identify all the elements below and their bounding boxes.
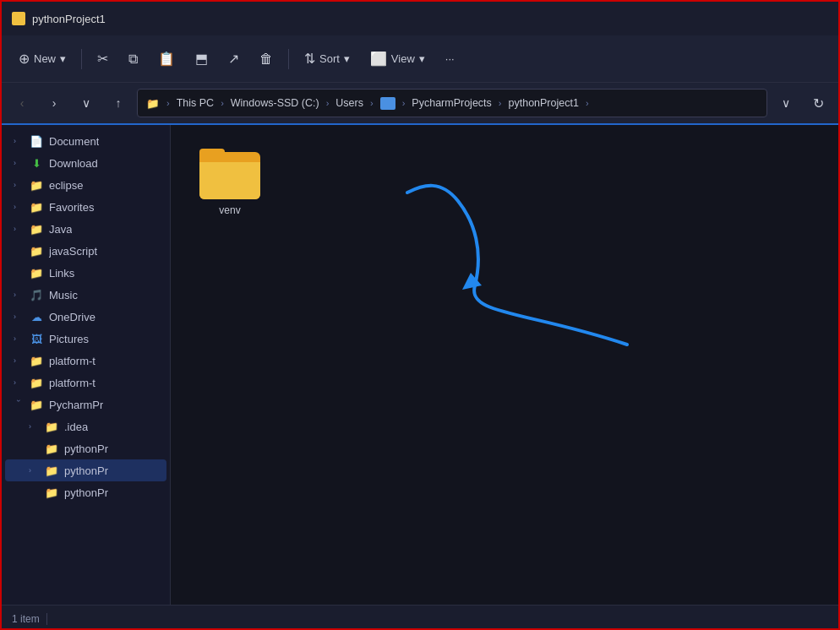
- annotation-arrow: [390, 176, 661, 361]
- onedrive-icon: ☁: [29, 310, 44, 323]
- status-count: 1 item: [12, 613, 40, 625]
- sort-icon: ⇅: [304, 51, 315, 67]
- python3-icon: 📁: [44, 486, 59, 499]
- arrow-eclipse: ›: [14, 181, 24, 189]
- view-icon: ⬜: [370, 51, 387, 67]
- address-dropdown-button[interactable]: ∨: [772, 90, 799, 117]
- sidebar-item-favorites[interactable]: › 📁 Favorites: [5, 196, 166, 218]
- address-sep-4: ›: [402, 98, 406, 108]
- sidebar-item-eclipse[interactable]: › 📁 eclipse: [5, 174, 166, 196]
- address-sep-1: ›: [221, 98, 224, 108]
- idea-label: .idea: [64, 421, 88, 433]
- recent-button[interactable]: ∨: [73, 90, 100, 117]
- new-dropdown-icon: ▾: [60, 52, 66, 65]
- arrow-java: ›: [14, 225, 24, 233]
- python1-icon: 📁: [44, 442, 59, 455]
- sort-label: Sort: [319, 52, 340, 65]
- arrow-onedrive: ›: [14, 312, 24, 321]
- folder-venv[interactable]: venv: [188, 142, 272, 223]
- sidebar-item-python3[interactable]: › 📁 pythonPr: [5, 481, 166, 503]
- document-icon: 📄: [29, 134, 44, 148]
- platform2-icon: 📁: [29, 376, 44, 389]
- back-button[interactable]: ‹: [8, 90, 35, 117]
- sidebar-item-python1[interactable]: › 📁 pythonPr: [5, 437, 166, 459]
- path-drive: Windows-SSD (C:): [231, 97, 319, 109]
- pycharm-icon: 📁: [29, 398, 44, 411]
- sidebar-item-idea[interactable]: › 📁 .idea: [5, 415, 166, 437]
- folder-front: [199, 162, 260, 199]
- sidebar-item-python2[interactable]: › 📁 pythonPr: [5, 459, 166, 481]
- address-sep-6: ›: [586, 98, 589, 108]
- paste-button[interactable]: 📋: [150, 46, 183, 72]
- new-icon: ⊕: [19, 51, 30, 67]
- pictures-icon: 🖼: [29, 332, 44, 345]
- view-label: View: [391, 52, 415, 65]
- file-view: venv: [171, 125, 838, 605]
- sidebar: › 📄 Document › ⬇ Download › 📁 eclipse › …: [2, 125, 171, 605]
- download-icon: ⬇: [29, 156, 44, 170]
- refresh-button[interactable]: ↻: [805, 90, 832, 117]
- share-button[interactable]: ↗: [220, 46, 248, 72]
- platform1-label: platform-t: [49, 355, 95, 367]
- python2-icon: 📁: [44, 464, 59, 477]
- python1-label: pythonPr: [64, 443, 108, 455]
- pictures-label: Pictures: [49, 333, 89, 345]
- toolbar-sep-1: [81, 49, 82, 69]
- copy-button[interactable]: ⧉: [120, 46, 146, 72]
- arrow-pictures: ›: [14, 334, 24, 343]
- java-icon: 📁: [29, 222, 44, 236]
- status-sep: [46, 613, 47, 625]
- address-sep-5: ›: [499, 98, 502, 108]
- sidebar-item-music[interactable]: › 🎵 Music: [5, 284, 166, 306]
- python2-label: pythonPr: [64, 464, 108, 477]
- onedrive-label: OneDrive: [49, 311, 95, 323]
- address-input[interactable]: 📁 › This PC › Windows-SSD (C:) › Users ›…: [137, 89, 767, 117]
- arrow-document: ›: [14, 137, 24, 145]
- document-label: Document: [49, 135, 99, 148]
- eclipse-icon: 📁: [29, 178, 44, 192]
- sidebar-item-onedrive[interactable]: › ☁ OneDrive: [5, 306, 166, 328]
- main-area: › 📄 Document › ⬇ Download › 📁 eclipse › …: [2, 125, 838, 605]
- delete-button[interactable]: 🗑: [251, 46, 281, 72]
- delete-icon: 🗑: [259, 52, 273, 67]
- path-thispc: This PC: [177, 97, 214, 109]
- toolbar-sep-2: [288, 49, 289, 69]
- download-label: Download: [49, 157, 98, 170]
- more-button[interactable]: ···: [437, 47, 463, 70]
- rename-button[interactable]: ⬒: [187, 46, 216, 72]
- view-button[interactable]: ⬜ View ▾: [362, 46, 434, 72]
- sidebar-item-pictures[interactable]: › 🖼 Pictures: [5, 328, 166, 350]
- sidebar-item-links[interactable]: › 📁 Links: [5, 262, 166, 284]
- arrow-pycharm: ›: [14, 399, 23, 410]
- eclipse-label: eclipse: [49, 179, 83, 192]
- address-sep-0: ›: [166, 98, 170, 108]
- java-label: Java: [49, 223, 72, 236]
- title-bar-icon: [12, 12, 25, 25]
- path-user-folder: [380, 97, 395, 110]
- pycharm-label: PycharmPr: [49, 399, 103, 411]
- music-label: Music: [49, 289, 78, 301]
- sidebar-item-platform2[interactable]: › 📁 platform-t: [5, 372, 166, 394]
- sidebar-item-document[interactable]: › 📄 Document: [5, 130, 166, 152]
- folder-name-venv: venv: [219, 204, 240, 216]
- new-button[interactable]: ⊕ New ▾: [10, 46, 74, 72]
- share-icon: ↗: [228, 51, 239, 67]
- sidebar-item-platform1[interactable]: › 📁 platform-t: [5, 350, 166, 372]
- arrow-idea: ›: [29, 422, 39, 431]
- sidebar-item-pycharm[interactable]: › 📁 PycharmPr: [5, 394, 166, 415]
- forward-button[interactable]: ›: [41, 90, 68, 117]
- sidebar-item-download[interactable]: › ⬇ Download: [5, 152, 166, 174]
- links-icon: 📁: [29, 266, 44, 280]
- address-sep-2: ›: [326, 98, 330, 108]
- javascript-icon: 📁: [29, 244, 44, 258]
- arrow-platform1: ›: [14, 356, 24, 365]
- sidebar-item-java[interactable]: › 📁 Java: [5, 218, 166, 240]
- cut-button[interactable]: ✂: [89, 46, 117, 72]
- sort-dropdown-icon: ▾: [344, 52, 350, 65]
- favorites-icon: 📁: [29, 200, 44, 214]
- sidebar-item-javascript[interactable]: › 📁 javaScript: [5, 240, 166, 262]
- address-bar: ‹ › ∨ ↑ 📁 › This PC › Windows-SSD (C:) ›…: [2, 83, 838, 125]
- up-button[interactable]: ↑: [105, 90, 132, 117]
- platform2-label: platform-t: [49, 377, 95, 389]
- sort-button[interactable]: ⇅ Sort ▾: [296, 46, 358, 72]
